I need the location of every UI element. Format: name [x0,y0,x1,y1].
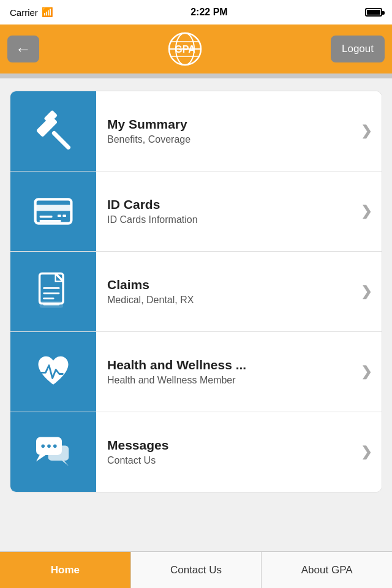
claims-chevron: ❯ [361,284,382,300]
document-icon [32,270,75,313]
gpa-logo: GPA [160,31,209,67]
messages-icon-box [10,412,96,492]
svg-rect-11 [40,216,53,218]
menu-item-health-wellness[interactable]: Health and Wellness ... Health and Welln… [10,332,382,412]
my-summary-text: My Summary Benefits, Coverage [96,117,361,145]
card-icon [32,190,75,233]
tab-bar: Home Contact Us About GPA [0,551,392,588]
tab-home-label: Home [51,564,80,576]
tab-contact-us-label: Contact Us [170,564,222,576]
app-header: ← GPA Logout [0,24,392,74]
time-label: 2:22 PM [190,7,227,18]
claims-icon-box [10,252,96,331]
logout-button[interactable]: Logout [331,36,385,62]
svg-text:GPA: GPA [175,44,195,55]
back-arrow-icon: ← [15,41,31,57]
claims-text: Claims Medical, Dental, RX [96,277,361,306]
svg-rect-13 [58,215,61,217]
menu-item-my-summary[interactable]: My Summary Benefits, Coverage ❯ [10,91,382,172]
heart-pulse-icon [32,350,75,393]
menu-item-messages[interactable]: Messages Contact Us ❯ [10,412,382,492]
my-summary-chevron: ❯ [361,123,382,139]
battery-icon [365,8,382,17]
gavel-icon [32,110,75,153]
menu-item-id-cards[interactable]: ID Cards ID Cards Information ❯ [10,172,382,252]
my-summary-subtitle: Benefits, Coverage [107,134,350,145]
tab-home[interactable]: Home [0,552,131,588]
svg-point-27 [53,444,57,448]
status-right [365,8,382,17]
id-cards-text: ID Cards ID Cards Information [96,197,361,225]
svg-rect-23 [48,446,69,461]
svg-line-8 [54,134,68,148]
health-wellness-title: Health and Wellness ... [107,358,350,372]
chat-icon [32,431,75,473]
svg-point-25 [41,444,45,448]
status-left: Carrier 📶 [10,7,53,18]
messages-title: Messages [107,438,350,453]
svg-rect-14 [62,215,66,217]
logo-container: GPA [160,31,209,67]
claims-subtitle: Medical, Dental, RX [107,295,350,306]
messages-subtitle: Contact Us [107,455,350,466]
svg-rect-9 [36,199,72,223]
my-summary-title: My Summary [107,117,350,132]
menu-item-claims[interactable]: Claims Medical, Dental, RX ❯ [10,252,382,332]
health-wellness-subtitle: Health and Wellness Member [107,375,350,386]
status-bar: Carrier 📶 2:22 PM [0,0,392,24]
menu-card: My Summary Benefits, Coverage ❯ [10,91,382,492]
svg-rect-12 [40,220,61,222]
health-wellness-text: Health and Wellness ... Health and Welln… [96,358,361,386]
id-cards-subtitle: ID Cards Information [107,214,350,225]
main-content: My Summary Benefits, Coverage ❯ [0,78,392,551]
svg-marker-22 [36,455,45,462]
header-divider [0,74,392,78]
messages-chevron: ❯ [361,444,382,460]
my-summary-icon-box [10,91,96,171]
svg-rect-10 [36,205,72,211]
back-button[interactable]: ← [7,36,39,62]
claims-title: Claims [107,277,350,292]
carrier-label: Carrier [10,7,38,18]
wifi-icon: 📶 [42,7,53,18]
id-cards-icon-box [10,172,96,251]
tab-about-gpa[interactable]: About GPA [262,552,392,588]
messages-text: Messages Contact Us [96,438,361,466]
id-cards-title: ID Cards [107,197,350,212]
svg-point-26 [47,444,51,448]
health-wellness-chevron: ❯ [361,364,382,380]
svg-marker-24 [62,461,69,466]
id-cards-chevron: ❯ [361,203,382,219]
tab-contact-us[interactable]: Contact Us [131,552,262,588]
tab-about-gpa-label: About GPA [301,564,353,576]
health-icon-box [10,332,96,412]
